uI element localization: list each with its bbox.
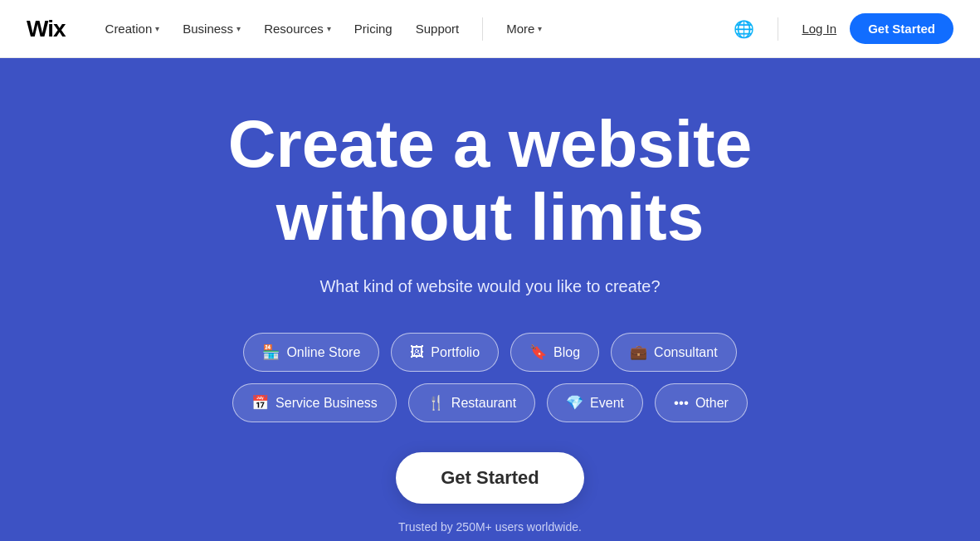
- nav-divider: [482, 17, 483, 41]
- chevron-down-icon: ▾: [155, 24, 159, 33]
- category-portfolio[interactable]: 🖼 Portfolio: [391, 333, 499, 372]
- category-row-2: 📅 Service Business 🍴 Restaurant 💎 Event …: [232, 383, 748, 422]
- nav-divider-right: [778, 17, 778, 41]
- trusted-text: Trusted by 250M+ users worldwide.: [398, 520, 582, 534]
- globe-icon[interactable]: 🌐: [734, 19, 754, 39]
- chevron-down-icon: ▾: [236, 24, 241, 33]
- category-service-business[interactable]: 📅 Service Business: [232, 383, 397, 422]
- category-other[interactable]: ••• Other: [655, 383, 748, 422]
- nav-item-support[interactable]: Support: [406, 15, 470, 42]
- hero-section: Create a website without limits What kin…: [0, 58, 980, 541]
- chevron-down-icon: ▾: [538, 24, 542, 33]
- online-store-icon: 🏪: [262, 344, 280, 361]
- blog-icon: 🔖: [529, 344, 547, 361]
- nav-item-creation[interactable]: Creation ▾: [95, 15, 170, 42]
- nav-links: Creation ▾ Business ▾ Resources ▾ Pricin…: [95, 15, 734, 42]
- logo[interactable]: Wix: [27, 16, 66, 42]
- nav-item-resources[interactable]: Resources ▾: [254, 15, 341, 42]
- other-icon: •••: [674, 395, 689, 412]
- category-restaurant[interactable]: 🍴 Restaurant: [408, 383, 535, 422]
- hero-subtitle: What kind of website would you like to c…: [319, 277, 660, 296]
- category-event[interactable]: 💎 Event: [547, 383, 643, 422]
- category-online-store[interactable]: 🏪 Online Store: [243, 333, 379, 372]
- service-business-icon: 📅: [251, 394, 269, 412]
- category-row-1: 🏪 Online Store 🖼 Portfolio 🔖 Blog 💼 Cons…: [243, 333, 736, 372]
- event-icon: 💎: [566, 394, 583, 412]
- navbar: Wix Creation ▾ Business ▾ Resources ▾ Pr…: [0, 0, 980, 58]
- get-started-hero-button[interactable]: Get Started: [396, 452, 584, 504]
- restaurant-icon: 🍴: [427, 394, 445, 412]
- login-button[interactable]: Log In: [802, 22, 836, 36]
- nav-item-business[interactable]: Business ▾: [173, 15, 251, 42]
- consultant-icon: 💼: [630, 344, 647, 361]
- chevron-down-icon: ▾: [327, 24, 331, 33]
- get-started-nav-button[interactable]: Get Started: [850, 13, 953, 44]
- nav-item-more[interactable]: More ▾: [496, 15, 552, 42]
- navbar-right: 🌐 Log In Get Started: [734, 13, 953, 44]
- wix-logo-text: Wix: [27, 16, 66, 42]
- portfolio-icon: 🖼: [410, 344, 424, 361]
- nav-item-pricing[interactable]: Pricing: [344, 15, 402, 42]
- category-consultant[interactable]: 💼 Consultant: [611, 333, 737, 372]
- hero-title: Create a website without limits: [167, 108, 814, 254]
- category-blog[interactable]: 🔖 Blog: [510, 333, 599, 372]
- category-grid: 🏪 Online Store 🖼 Portfolio 🔖 Blog 💼 Cons…: [232, 333, 748, 422]
